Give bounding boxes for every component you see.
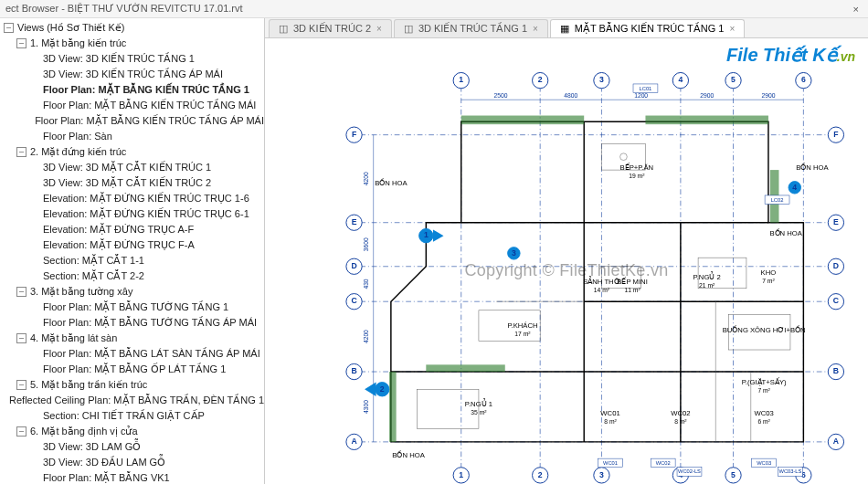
tree-row[interactable]: 3D View: 3D KIẾN TRÚC TẦNG 1 — [0, 51, 264, 67]
section-mark-1: 1 — [419, 228, 444, 242]
tree-label: 6. Mặt bằng định vị cửa — [30, 425, 138, 438]
tree-row[interactable]: –3. Mặt bằng tường xây — [0, 284, 264, 300]
svg-text:D: D — [351, 261, 356, 270]
svg-text:11 m²: 11 m² — [624, 287, 640, 293]
tree-row[interactable]: Floor Plan: MẶT BẰNG KIẾN TRÚC TẦNG MÁI — [0, 98, 264, 113]
tree-row[interactable]: –5. Mặt bằng trần kiến trúc — [0, 377, 264, 393]
tree-row[interactable]: Elevation: MẶT ĐỨNG KIẾN TRÚC TRỤC 1-6 — [0, 191, 264, 206]
svg-text:2900: 2900 — [761, 92, 775, 99]
expand-toggle-icon[interactable]: – — [16, 38, 26, 48]
view-tab[interactable]: ▦MẶT BẰNG KIẾN TRÚC TẦNG 1× — [550, 19, 745, 37]
expand-toggle-icon[interactable]: – — [16, 426, 26, 437]
svg-text:3: 3 — [599, 470, 604, 479]
tree-label: Floor Plan: MẶT BẰNG ỐP LÁT TẦNG 1 — [43, 363, 226, 376]
tree-row[interactable]: Floor Plan: MẶT BẰNG TƯỜNG TẦNG ÁP MÁI — [0, 315, 264, 331]
watermark-logo: File Thiết Kế.vn — [726, 44, 855, 66]
tree-row[interactable]: –2. Mặt đứng kiến trúc — [0, 144, 264, 160]
svg-text:P.(GIẶT+SẤY): P.(GIẶT+SẤY) — [742, 377, 787, 386]
svg-text:C: C — [351, 296, 356, 305]
tab-label: 3D KIẾN TRÚC 2 — [293, 23, 371, 35]
view-tab[interactable]: ◫3D KIẾN TRÚC 2× — [269, 19, 392, 37]
tree-row[interactable]: Elevation: MẶT ĐỨNG KIẾN TRÚC TRỤC 6-1 — [0, 206, 264, 222]
svg-text:B: B — [833, 366, 839, 375]
tree-row[interactable]: Elevation: MẶT ĐỨNG TRỤC F-A — [0, 237, 264, 253]
project-browser[interactable]: –Views (Hồ Sơ Thiết Kế)–1. Mặt bằng kiến… — [0, 18, 265, 484]
svg-text:1: 1 — [459, 75, 463, 84]
main-layout: –Views (Hồ Sơ Thiết Kế)–1. Mặt bằng kiến… — [0, 18, 868, 484]
close-icon[interactable]: × — [850, 4, 863, 15]
svg-text:3600: 3600 — [363, 237, 369, 251]
tree-label: Section: MẶT CẮT 1-1 — [43, 254, 144, 268]
tree-label: 3D View: 3D KIẾN TRÚC TẦNG ÁP MÁI — [43, 68, 223, 81]
tree-label: 2. Mặt đứng kiến trúc — [30, 145, 126, 159]
svg-text:B: B — [351, 366, 356, 375]
svg-text:2: 2 — [538, 470, 543, 479]
svg-text:2500: 2500 — [493, 92, 507, 99]
tree-row[interactable]: Section: MẶT CẮT 2-2 — [0, 268, 264, 284]
expand-toggle-icon[interactable]: – — [16, 333, 26, 343]
titlebar: ect Browser - BIỆT THƯ VƯỜN REVITCTU 17.… — [0, 0, 868, 18]
tree-row[interactable]: 3D View: 3D ĐẦU LAM GỖ — [0, 455, 264, 470]
expand-toggle-icon[interactable]: – — [16, 380, 26, 390]
expand-toggle-icon[interactable]: – — [16, 147, 26, 157]
tree-row[interactable]: Reflected Ceiling Plan: MẶT BẰNG TRẦN, Đ… — [0, 393, 264, 408]
tree-row[interactable]: 3D View: 3D MẶT CẮT KIẾN TRÚC 2 — [0, 175, 264, 191]
svg-text:2900: 2900 — [700, 92, 714, 99]
expand-toggle-icon[interactable]: – — [4, 23, 14, 33]
svg-rect-91 — [389, 372, 397, 442]
svg-text:4300: 4300 — [363, 400, 369, 414]
svg-text:P.KHÁCH: P.KHÁCH — [507, 321, 537, 330]
svg-text:BẾP MINI: BẾP MINI — [617, 277, 647, 286]
tree-row[interactable]: –Views (Hồ Sơ Thiết Kế) — [0, 20, 264, 36]
svg-text:A: A — [351, 437, 356, 446]
svg-text:2: 2 — [538, 75, 543, 84]
svg-text:C: C — [833, 296, 839, 305]
tree-row[interactable]: Floor Plan: MẶT BẰNG ỐP LÁT TẦNG 1 — [0, 362, 264, 377]
tree-label: 3. Mặt bằng tường xây — [30, 285, 132, 299]
tree-row[interactable]: Floor Plan: MẶT BẰNG KIẾN TRÚC TẦNG 1 — [0, 82, 264, 98]
tree-row[interactable]: 3D View: 3D LAM GỖ — [0, 439, 264, 455]
tree-row[interactable]: Floor Plan: MẶT BẰNG LÁT SÀN TẦNG ÁP MÁI — [0, 346, 264, 362]
tree-label: Floor Plan: MẶT BẰNG KIẾN TRÚC TẦNG ÁP M… — [35, 114, 264, 128]
tree-row[interactable]: 3D View: 3D MẶT CẮT KIẾN TRÚC 1 — [0, 160, 264, 175]
tree-label: Section: MẶT CẮT 2-2 — [43, 269, 144, 283]
svg-marker-128 — [365, 383, 376, 396]
close-tab-icon[interactable]: × — [376, 24, 382, 34]
expand-toggle-icon[interactable]: – — [16, 287, 26, 297]
view-tab[interactable]: ◫3D KIẾN TRÚC TẦNG 1× — [394, 19, 548, 37]
svg-text:7 m²: 7 m² — [757, 387, 770, 394]
svg-text:WC02: WC02 — [656, 460, 671, 466]
tree-row[interactable]: Floor Plan: MẶT BẰNG KIẾN TRÚC TẦNG ÁP M… — [0, 113, 264, 129]
tree-label: Views (Hồ Sơ Thiết Kế) — [17, 21, 124, 35]
svg-text:4200: 4200 — [363, 330, 369, 343]
view-icon: ◫ — [279, 23, 288, 35]
tree-label: Elevation: MẶT ĐỨNG TRỤC F-A — [43, 238, 195, 252]
tree-row[interactable]: –1. Mặt bằng kiến trúc — [0, 36, 264, 51]
label-bonhoa-2: BỒN HOA — [796, 163, 829, 172]
tree: –Views (Hồ Sơ Thiết Kế)–1. Mặt bằng kiến… — [0, 18, 264, 484]
tree-row[interactable]: Floor Plan: MẶT BẰNG TƯỜNG TẦNG 1 — [0, 300, 264, 315]
label-bonhoa-3: BỒN HOA — [769, 228, 802, 237]
svg-text:WC01: WC01 — [603, 460, 618, 466]
close-tab-icon[interactable]: × — [533, 24, 538, 34]
svg-text:F: F — [833, 130, 838, 139]
tree-row[interactable]: Floor Plan: MẶT BẰNG VK1 — [0, 470, 264, 484]
view-icon: ▦ — [560, 23, 569, 35]
tree-label: 4. Mặt bằng lát sàn — [30, 331, 117, 345]
tree-row[interactable]: Section: MẶT CẮT 1-1 — [0, 253, 264, 268]
svg-text:P.NGỦ 1: P.NGỦ 1 — [465, 398, 492, 408]
tree-row[interactable]: Floor Plan: Sàn — [0, 129, 264, 144]
drawing-canvas[interactable]: File Thiết Kế.vn Copyright © FileThietKe… — [265, 38, 868, 484]
svg-rect-88 — [461, 116, 584, 125]
svg-text:21 m²: 21 m² — [699, 282, 715, 289]
tree-row[interactable]: –4. Mặt bằng lát sàn — [0, 331, 264, 346]
tree-row[interactable]: 3D View: 3D KIẾN TRÚC TẦNG ÁP MÁI — [0, 67, 264, 82]
tree-row[interactable]: Section: CHI TIẾT TRẦN GIẬT CẤP — [0, 408, 264, 424]
close-tab-icon[interactable]: × — [730, 24, 736, 34]
svg-text:8 m²: 8 m² — [604, 418, 617, 425]
tree-label: 3D View: 3D MẶT CẮT KIẾN TRÚC 1 — [43, 161, 211, 174]
tree-label: Elevation: MẶT ĐỨNG KIẾN TRÚC TRỤC 6-1 — [43, 207, 249, 221]
tree-row[interactable]: Elevation: MẶT ĐỨNG TRỤC A-F — [0, 222, 264, 237]
tree-row[interactable]: –6. Mặt bằng định vị cửa — [0, 424, 264, 439]
svg-text:19 m²: 19 m² — [629, 173, 645, 179]
